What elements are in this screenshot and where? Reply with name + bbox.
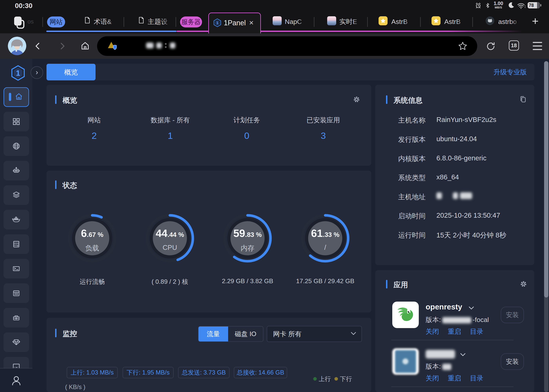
monitor-card: 监控 网卡 所有 流量磁盘 IO上行: 1.03 MB/s下行: 1.95 MB… <box>47 318 371 392</box>
globe-icon <box>12 142 21 151</box>
gauge-detail: ( 0.89 / 2 ) 核 <box>139 278 201 286</box>
document-icon <box>83 16 91 25</box>
tab-divider <box>472 17 473 27</box>
app-icon <box>392 301 419 328</box>
profile-avatar[interactable] <box>8 37 26 55</box>
tab-术语&[interactable]: 术语& <box>83 16 117 28</box>
tab-label: 1Panel <box>224 13 246 33</box>
tab-group-pill-网站[interactable]: 网站 <box>47 16 65 28</box>
overview-nav-button[interactable]: 概览 <box>47 64 96 80</box>
browser-tab-strip: os + 网站术语&主题设服务器11Panel✕NapC实时EAstrBAstr… <box>0 11 549 33</box>
tab-AstrB[interactable]: AstrB <box>379 16 413 28</box>
home-button[interactable] <box>80 41 90 52</box>
tab-group-pill-服务器[interactable]: 服务器 <box>180 16 202 28</box>
url-bar[interactable] <box>97 36 477 56</box>
app-icon <box>392 348 419 375</box>
panel-icon <box>12 362 21 368</box>
user-profile-icon[interactable] <box>10 374 23 388</box>
sidebar-expand-button[interactable]: › <box>31 66 43 79</box>
sidebar-item-docker[interactable] <box>4 210 29 230</box>
chevron-down-icon[interactable] <box>468 306 474 311</box>
tab-count-button[interactable]: 18 <box>509 40 519 51</box>
apps-card: 应用 openresty版本:-focal关闭重启目录安装版本:关闭重启目录安装 <box>375 270 534 392</box>
app-action-关闭[interactable]: 关闭 <box>426 374 439 383</box>
tab-实时E[interactable]: 实时E <box>327 16 361 28</box>
app-name: openresty <box>426 303 462 311</box>
tab-active-1Panel[interactable]: 11Panel✕ <box>208 13 261 33</box>
app-action-目录[interactable]: 目录 <box>470 327 483 336</box>
monitor-tab-磁盘 IO[interactable]: 磁盘 IO <box>228 327 263 341</box>
tab-divider <box>124 17 124 27</box>
sidebar-item-calendar[interactable] <box>4 283 29 303</box>
tab-AstrB[interactable]: AstrB <box>431 16 466 28</box>
gear-icon[interactable] <box>352 95 361 104</box>
refresh-button[interactable] <box>486 41 496 52</box>
overview-stat-value[interactable]: 2 <box>65 130 124 141</box>
install-button[interactable]: 安装 <box>501 307 524 323</box>
overview-stat-value[interactable]: 3 <box>294 130 353 141</box>
scrollbar-thumb[interactable] <box>544 61 549 297</box>
chevron-down-icon[interactable] <box>460 353 466 358</box>
legend-label: 上行 <box>319 375 331 383</box>
terminal-icon <box>12 264 21 274</box>
tab-label-fade <box>297 16 307 27</box>
app-action-重启[interactable]: 重启 <box>448 374 461 383</box>
tab-label-fade <box>510 16 520 27</box>
nic-select[interactable]: 网卡 所有 <box>267 326 362 342</box>
tab-主题设[interactable]: 主题设 <box>137 16 171 28</box>
app-action-关闭[interactable]: 关闭 <box>426 327 439 336</box>
overview-stat-label: 数据库 - 所有 <box>141 116 200 125</box>
sidebar-item-panel[interactable] <box>4 357 29 368</box>
gauge-percent: 44.44 % <box>143 227 196 239</box>
layers-icon <box>12 191 21 200</box>
system-row-label: 运行时间 <box>398 231 426 240</box>
system-row-value-redacted <box>436 192 472 199</box>
menu-button[interactable] <box>533 42 542 50</box>
onepanel-logo-icon[interactable]: 1 <box>10 65 26 82</box>
overview-stat-value[interactable]: 0 <box>217 130 276 141</box>
overview-stat-label: 网站 <box>65 116 124 125</box>
system-info-card: 系统信息 主机名称RainYun-sVBF2u2s发行版本ubuntu-24.0… <box>375 85 534 265</box>
tab-group-underline-pink <box>261 31 522 32</box>
sidebar-item-database[interactable] <box>4 234 29 254</box>
forward-button[interactable] <box>57 41 67 52</box>
home-icon <box>14 92 23 102</box>
gauge-label: 负载 <box>66 244 119 253</box>
system-row-value: ubuntu-24.04 <box>436 135 477 143</box>
gauge-percent: 61.33 % <box>299 227 352 239</box>
copy-icon[interactable] <box>519 95 527 104</box>
bookmark-star-icon[interactable] <box>458 41 468 52</box>
tab-astrbo[interactable]: astrbo <box>486 16 520 28</box>
new-tab-button[interactable]: + <box>532 14 539 28</box>
sidebar-item-robot[interactable] <box>4 161 29 180</box>
back-button[interactable] <box>33 41 43 52</box>
sidebar-item-home[interactable] <box>4 87 29 107</box>
status-card-title: 状态 <box>63 181 77 190</box>
tab-NapC[interactable]: NapC <box>273 16 307 28</box>
calendar-icon <box>12 289 21 298</box>
app-action-重启[interactable]: 重启 <box>448 327 461 336</box>
monitor-tab-流量[interactable]: 流量 <box>198 327 228 341</box>
tab-group-underline-blue <box>46 31 176 32</box>
tab-close-icon[interactable]: ✕ <box>249 13 254 33</box>
alarm-icon <box>475 2 482 10</box>
gauge-percent: 6.67 % <box>66 227 119 239</box>
sidebar-item-terminal[interactable] <box>4 259 29 279</box>
sidebar-item-globe[interactable] <box>4 136 29 156</box>
upgrade-pro-link[interactable]: 升级专业版 <box>493 64 527 80</box>
chevron-right-icon: › <box>36 68 38 76</box>
overview-stat-value[interactable]: 1 <box>141 130 200 141</box>
install-button[interactable]: 安装 <box>501 353 524 370</box>
app-action-目录[interactable]: 目录 <box>470 374 483 383</box>
battery-nub <box>540 4 541 7</box>
tab-overflow-label: os <box>28 18 34 25</box>
sidebar-item-diamond[interactable] <box>4 332 29 352</box>
gear-icon[interactable] <box>519 280 528 289</box>
sidebar-item-layers[interactable] <box>4 185 29 205</box>
active-indicator <box>9 93 11 101</box>
tab-groups-icon[interactable] <box>11 15 26 31</box>
sidebar-item-toolbox[interactable] <box>4 308 29 328</box>
sidebar-item-apps-grid[interactable] <box>4 112 29 131</box>
app-divider <box>391 340 514 340</box>
tab-divider <box>42 17 43 27</box>
